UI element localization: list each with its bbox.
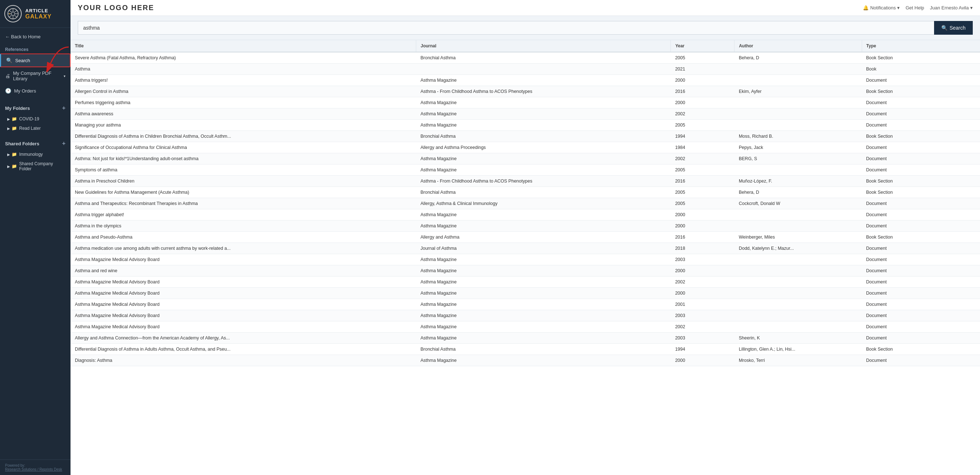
table-row[interactable]: Differential Diagnosis of Asthma in Chil… — [70, 131, 980, 142]
table-row[interactable]: Perfumes triggering asthmaAsthma Magazin… — [70, 97, 980, 108]
table-row[interactable]: Asthma awarenessAsthma Magazine2002Docum… — [70, 108, 980, 120]
table-row[interactable]: Asthma medication use among adults with … — [70, 243, 980, 254]
table-row[interactable]: Asthma Magazine Medical Advisory BoardAs… — [70, 310, 980, 321]
table-row[interactable]: Asthma Magazine Medical Advisory BoardAs… — [70, 321, 980, 332]
folder-icon: 📁 — [11, 126, 17, 131]
cell-journal: Journal of Asthma — [416, 243, 671, 254]
search-input[interactable] — [78, 21, 934, 35]
cell-author: Lillington, Glen A.; Lin, Hsi... — [735, 344, 862, 355]
search-btn-label: Search — [950, 25, 966, 31]
table-row[interactable]: Asthma Magazine Medical Advisory BoardAs… — [70, 299, 980, 310]
table-row[interactable]: Asthma in Preschool ChildrenAsthma - Fro… — [70, 176, 980, 187]
cell-title: Severe Asthma (Fatal Asthma, Refractory … — [70, 52, 416, 64]
pdf-library-nav-item[interactable]: 🖨 My Company PDF Library ▾ — [0, 67, 70, 84]
orders-nav-item[interactable]: 🕐 My Orders — [0, 84, 70, 97]
user-menu-btn[interactable]: Juan Ernesto Avila ▾ — [930, 5, 973, 11]
cell-journal: Asthma Magazine — [416, 120, 671, 131]
cell-title: Diagnosis: Asthma — [70, 355, 416, 366]
cell-journal: Asthma Magazine — [416, 254, 671, 265]
cell-journal: Allergy, Asthma & Clinical Immunology — [416, 198, 671, 209]
cell-title: Differential Diagnosis of Asthma in Chil… — [70, 131, 416, 142]
cell-type: Document — [862, 288, 980, 299]
cell-type: Book Section — [862, 344, 980, 355]
cell-type: Document — [862, 310, 980, 321]
table-row[interactable]: Asthma and Pseudo-AsthmaAllergy and Asth… — [70, 232, 980, 243]
sidebar: ARTICLE GALAXY ← Back to Home References… — [0, 0, 70, 475]
cell-type: Book Section — [862, 52, 980, 64]
cell-year: 2005 — [671, 120, 735, 131]
logo-icon — [4, 5, 22, 22]
table-row[interactable]: Significance of Occupational Asthma for … — [70, 142, 980, 153]
table-row[interactable]: Asthma and red wineAsthma Magazine2000Do… — [70, 265, 980, 276]
cell-title: Asthma and red wine — [70, 265, 416, 276]
cell-title: Asthma in Preschool Children — [70, 176, 416, 187]
table-row[interactable]: Asthma in the olympicsAsthma Magazine200… — [70, 221, 980, 232]
table-row[interactable]: Allergen Control in AsthmaAsthma - From … — [70, 86, 980, 97]
cell-journal: Bronchial Asthma — [416, 52, 671, 64]
cell-journal: Asthma Magazine — [416, 265, 671, 276]
folder-label: Immunology — [19, 152, 43, 157]
cell-title: Allergy and Asthma Connection—from the A… — [70, 332, 416, 344]
my-folders-add-btn[interactable]: + — [62, 105, 65, 111]
cell-journal: Asthma Magazine — [416, 276, 671, 288]
table-row[interactable]: Diagnosis: AsthmaAsthma Magazine2000Mros… — [70, 355, 980, 366]
cell-title: Asthma Magazine Medical Advisory Board — [70, 276, 416, 288]
cell-journal: Asthma Magazine — [416, 97, 671, 108]
table-row[interactable]: Differential Diagnosis of Asthma in Adul… — [70, 344, 980, 355]
folder-icon: 📁 — [11, 152, 17, 157]
table-row[interactable]: Managing your asthmaAsthma Magazine2005D… — [70, 120, 980, 131]
cell-year: 2000 — [671, 265, 735, 276]
main-content: YOUR LOGO HERE 🔔 Notifications ▾ Get Hel… — [70, 0, 980, 475]
cell-author: Sheerin, K — [735, 332, 862, 344]
search-nav-label: Search — [15, 58, 30, 63]
folder-item-covid[interactable]: ▶ 📁 COVID-19 — [0, 114, 70, 124]
cell-title: Differential Diagnosis of Asthma in Adul… — [70, 344, 416, 355]
table-row[interactable]: New Guidelines for Asthma Management (Ac… — [70, 187, 980, 198]
notifications-btn[interactable]: 🔔 Notifications ▾ — [863, 5, 900, 11]
table-row[interactable]: Allergy and Asthma Connection—from the A… — [70, 332, 980, 344]
cell-journal: Asthma Magazine — [416, 310, 671, 321]
cell-author — [735, 209, 862, 221]
cell-title: Asthma Magazine Medical Advisory Board — [70, 288, 416, 299]
table-row[interactable]: Asthma Magazine Medical Advisory BoardAs… — [70, 276, 980, 288]
cell-title: Asthma in the olympics — [70, 221, 416, 232]
cell-year: 2002 — [671, 276, 735, 288]
cell-type: Book Section — [862, 131, 980, 142]
folder-label: Shared Company Folder — [19, 161, 65, 172]
cell-title: Asthma trigger alphabet! — [70, 209, 416, 221]
table-row[interactable]: Asthma Magazine Medical Advisory BoardAs… — [70, 254, 980, 265]
cell-year: 2000 — [671, 209, 735, 221]
cell-author: Moss, Richard B. — [735, 131, 862, 142]
search-button[interactable]: 🔍 Search — [934, 21, 973, 35]
table-row[interactable]: Severe Asthma (Fatal Asthma, Refractory … — [70, 52, 980, 64]
folder-item-immunology[interactable]: ▶ 📁 Immunology — [0, 150, 70, 159]
logo-text: ARTICLE GALAXY — [25, 8, 52, 20]
folder-item-shared-company[interactable]: ▶ 📁 Shared Company Folder — [0, 159, 70, 173]
back-to-home-link[interactable]: ← Back to Home — [0, 31, 70, 43]
notifications-chevron: ▾ — [897, 5, 900, 11]
cell-year: 2005 — [671, 52, 735, 64]
search-nav-item[interactable]: 🔍 Search — [0, 54, 70, 67]
cell-year: 2002 — [671, 153, 735, 164]
table-row[interactable]: Asthma Magazine Medical Advisory BoardAs… — [70, 288, 980, 299]
table-row[interactable]: Asthma triggers!Asthma Magazine2000Docum… — [70, 75, 980, 86]
svg-line-9 — [9, 16, 11, 17]
table-row[interactable]: Symptoms of asthmaAsthma Magazine2005Doc… — [70, 164, 980, 176]
cell-type: Document — [862, 299, 980, 310]
cell-title: Asthma Magazine Medical Advisory Board — [70, 254, 416, 265]
table-row[interactable]: Asthma: Not just for kids!*1Understandin… — [70, 153, 980, 164]
footer-link[interactable]: Research Solutions / Reprints Desk — [5, 467, 62, 471]
table-row[interactable]: Asthma2021Book — [70, 64, 980, 75]
cell-year: 2000 — [671, 355, 735, 366]
cell-year: 2002 — [671, 321, 735, 332]
col-header-title: Title — [70, 40, 416, 52]
cell-type: Document — [862, 355, 980, 366]
table-row[interactable]: Asthma trigger alphabet!Asthma Magazine2… — [70, 209, 980, 221]
cell-type: Document — [862, 97, 980, 108]
folder-item-read-later[interactable]: ▶ 📁 Read Later — [0, 124, 70, 133]
shared-folders-add-btn[interactable]: + — [62, 140, 65, 147]
folder-icon: 📁 — [11, 164, 17, 169]
table-row[interactable]: Asthma and Therapeutics: Recombinant The… — [70, 198, 980, 209]
cell-author: Ekim, Ayfer — [735, 86, 862, 97]
get-help-btn[interactable]: Get Help — [905, 5, 924, 11]
